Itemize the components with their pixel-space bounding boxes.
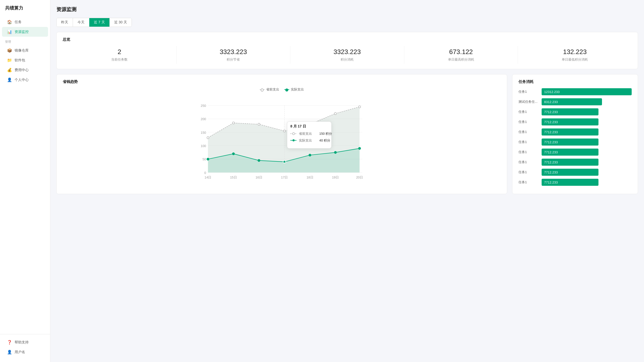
svg-text:40 积分: 40 积分 bbox=[319, 139, 330, 142]
svg-text:实际支出: 实际支出 bbox=[299, 139, 312, 142]
chart-title: 省钱趋势 bbox=[63, 79, 501, 84]
task-name: 任务1 bbox=[518, 160, 539, 164]
svg-point-28 bbox=[207, 158, 209, 160]
task-name: 任务1 bbox=[518, 150, 539, 154]
task-bar: 7712.233 bbox=[542, 149, 598, 156]
svg-text:20日: 20日 bbox=[356, 175, 363, 179]
user-icon: 👤 bbox=[7, 77, 12, 82]
sidebar-item-profile[interactable]: 👤 个人中心 bbox=[2, 75, 48, 85]
svg-text:14日: 14日 bbox=[205, 175, 211, 179]
sidebar-item-user[interactable]: 👤 用户名 bbox=[2, 347, 48, 357]
svg-text:250: 250 bbox=[201, 104, 206, 108]
main-content: 资源监测 昨天 今天 近 7 天 近 30 天 总览 2 当前任务数 3323.… bbox=[50, 0, 644, 362]
task-name: 任务1 bbox=[518, 140, 539, 144]
sidebar-item-tasks[interactable]: 🏠 任务 bbox=[2, 17, 48, 27]
task-row: 任务17712.233 bbox=[518, 149, 632, 156]
stat-task-count-value: 2 bbox=[63, 48, 176, 56]
legend-actual: 实际支出 bbox=[284, 87, 304, 92]
folder-icon: 📁 bbox=[7, 58, 12, 63]
task-row: 任务17712.233 bbox=[518, 128, 632, 135]
sidebar-item-billing-label: 费用中心 bbox=[15, 68, 29, 72]
svg-point-32 bbox=[309, 154, 311, 156]
sidebar-item-resource-monitor[interactable]: 📊 资源监控 bbox=[2, 27, 48, 37]
overview-title: 总览 bbox=[63, 37, 632, 42]
task-bar: 7712.233 bbox=[542, 159, 598, 166]
task-bar-wrap: 7712.233 bbox=[542, 118, 632, 125]
sidebar-item-profile-label: 个人中心 bbox=[15, 78, 29, 82]
task-bar: 7712.233 bbox=[542, 118, 598, 125]
sidebar: 共绩算力 🏠 任务 📊 资源监控 管理 📦 镜像仓库 📁 软件包 💰 费用中心 … bbox=[0, 0, 50, 362]
chart-icon: 📊 bbox=[7, 29, 12, 34]
task-bar: 7712.233 bbox=[542, 128, 598, 135]
svg-point-34 bbox=[358, 147, 361, 150]
chart-legend: 省前支出 实际支出 bbox=[63, 87, 501, 92]
sidebar-item-billing[interactable]: 💰 费用中心 bbox=[2, 65, 48, 75]
overview-stats: 2 当前任务数 3323.223 积分节省 3323.223 积分消耗 673.… bbox=[63, 46, 632, 64]
task-card-title: 任务消耗 bbox=[518, 79, 632, 84]
svg-text:19日: 19日 bbox=[332, 175, 339, 179]
time-btn-30days[interactable]: 近 30 天 bbox=[110, 18, 132, 27]
task-row: 测试任务任...8312.233 bbox=[518, 98, 632, 105]
stat-points-saved-value: 3323.223 bbox=[177, 48, 290, 56]
task-row: 任务17712.233 bbox=[518, 159, 632, 166]
sidebar-item-resource-label: 资源监控 bbox=[15, 30, 29, 34]
svg-text:50: 50 bbox=[203, 157, 206, 161]
svg-text:8 月 17 日: 8 月 17 日 bbox=[290, 124, 306, 128]
sidebar-item-image-label: 镜像仓库 bbox=[15, 48, 29, 53]
chart-svg-wrap: 0 50 100 150 200 250 14日 15日 bbox=[63, 95, 501, 176]
svg-point-21 bbox=[232, 122, 235, 124]
task-bar: 7712.233 bbox=[542, 169, 598, 176]
billing-icon: 💰 bbox=[7, 68, 12, 72]
task-name: 任务1 bbox=[518, 110, 539, 114]
stat-daily-max-value: 673.122 bbox=[404, 48, 518, 56]
svg-text:省前支出: 省前支出 bbox=[299, 132, 312, 135]
svg-text:15日: 15日 bbox=[230, 175, 237, 179]
task-row: 任务17712.233 bbox=[518, 179, 632, 186]
task-bar-wrap: 7712.233 bbox=[542, 149, 632, 156]
svg-point-30 bbox=[258, 159, 260, 162]
svg-point-26 bbox=[358, 106, 361, 108]
task-bar-wrap: 7712.233 bbox=[542, 169, 632, 176]
svg-text:200: 200 bbox=[201, 117, 206, 121]
svg-point-22 bbox=[258, 123, 260, 125]
task-rows: 任务112312.233测试任务任...8312.233任务17712.233任… bbox=[518, 88, 632, 186]
sidebar-item-help-label: 帮助支持 bbox=[15, 340, 29, 345]
chart-card: 省钱趋势 省前支出 实际支出 0 50 100 150 200 bbox=[56, 74, 507, 194]
sidebar-item-image-repo[interactable]: 📦 镜像仓库 bbox=[2, 46, 48, 55]
stat-points-consumed-value: 3323.223 bbox=[290, 48, 404, 56]
task-bar-wrap: 12312.233 bbox=[542, 88, 632, 95]
time-btn-today[interactable]: 今天 bbox=[73, 18, 89, 27]
stat-daily-max-label: 单日最高积分消耗 bbox=[404, 57, 518, 62]
task-card: 任务消耗 任务112312.233测试任务任...8312.233任务17712… bbox=[512, 74, 638, 194]
stat-task-count-label: 当前任务数 bbox=[63, 57, 176, 62]
legend-actual-dot bbox=[284, 89, 289, 90]
task-bar-wrap: 7712.233 bbox=[542, 108, 632, 115]
svg-point-25 bbox=[334, 112, 337, 115]
sidebar-item-software-pkg[interactable]: 📁 软件包 bbox=[2, 55, 48, 65]
svg-point-39 bbox=[293, 132, 295, 135]
sidebar-item-help[interactable]: ❓ 帮助支持 bbox=[2, 337, 48, 347]
sidebar-item-user-label: 用户名 bbox=[15, 350, 25, 354]
task-name: 任务1 bbox=[518, 89, 539, 94]
time-btn-7days[interactable]: 近 7 天 bbox=[89, 18, 110, 27]
stat-points-consumed-label: 积分消耗 bbox=[290, 57, 404, 62]
time-filter: 昨天 今天 近 7 天 近 30 天 bbox=[56, 18, 132, 27]
task-bar: 8312.233 bbox=[542, 98, 602, 105]
stat-points-consumed: 3323.223 积分消耗 bbox=[290, 46, 404, 64]
home-icon: 🏠 bbox=[7, 20, 12, 24]
svg-text:17日: 17日 bbox=[281, 175, 288, 179]
stat-daily-min: 132.223 单日最低积分消耗 bbox=[518, 46, 632, 64]
legend-actual-label: 实际支出 bbox=[291, 87, 304, 92]
task-bar: 7712.233 bbox=[542, 108, 598, 115]
task-name: 测试任务任... bbox=[518, 100, 539, 104]
time-btn-yesterday[interactable]: 昨天 bbox=[57, 18, 73, 27]
svg-text:150: 150 bbox=[201, 131, 206, 134]
stat-daily-min-value: 132.223 bbox=[518, 48, 632, 56]
task-bar-wrap: 8312.233 bbox=[542, 98, 632, 105]
management-label: 管理 bbox=[0, 37, 50, 46]
svg-text:0: 0 bbox=[204, 171, 206, 175]
task-row: 任务17712.233 bbox=[518, 169, 632, 176]
stat-daily-max: 673.122 单日最高积分消耗 bbox=[404, 46, 518, 64]
task-name: 任务1 bbox=[518, 180, 539, 185]
svg-point-20 bbox=[207, 137, 209, 139]
